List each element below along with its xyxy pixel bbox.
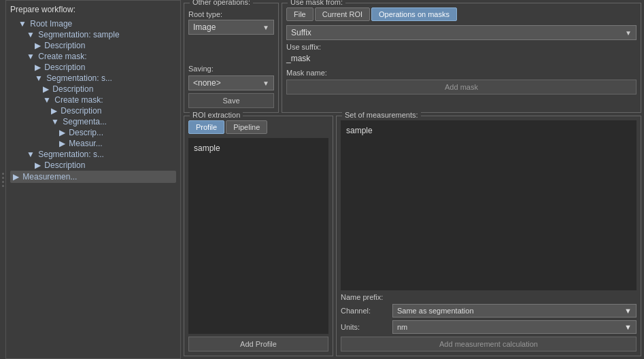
tree-arrow-14: ▶ [13, 172, 21, 182]
roi-content-value: sample [194, 143, 220, 153]
channel-label: Channel: [341, 307, 388, 315]
tree-arrow-2: ▶ [35, 41, 43, 50]
tree-label-12: Segmentation: s... [38, 150, 104, 159]
root-type-value: Image [193, 22, 216, 32]
tree-arrow-1: ▼ [27, 30, 37, 39]
tree-label-10: Descrip... [69, 128, 103, 137]
tree-item-8[interactable]: ▶ Description [10, 105, 176, 116]
tree-item-5[interactable]: ▼ Segmentation: s... [10, 73, 176, 84]
saving-label: Saving: [188, 65, 274, 73]
roi-content-area: sample [188, 138, 328, 334]
tree-item-10[interactable]: ▶ Descrip... [10, 127, 176, 138]
suffix-arrow: ▼ [625, 29, 632, 37]
other-ops-label: Other operations: [190, 0, 253, 6]
tree-item-6[interactable]: ▶ Description [10, 84, 176, 95]
tab-file[interactable]: File [286, 7, 313, 21]
tree-label-0: Root Image [30, 19, 72, 29]
name-prefix-label: Name prefix: [341, 293, 637, 301]
tree-arrow-5: ▼ [35, 73, 45, 83]
workflow-tree: ▼ Root Image▼ Segmentation: sample▶ Desc… [10, 18, 176, 183]
add-profile-button[interactable]: Add Profile [188, 337, 328, 352]
suffix-dropdown[interactable]: Suffix ▼ [286, 25, 637, 40]
tree-arrow-13: ▶ [35, 160, 43, 170]
tree-arrow-3: ▼ [27, 52, 37, 61]
add-mask-button[interactable]: Add mask [286, 80, 637, 95]
roi-extraction-box: ROI extraction Profile Pipeline sample A… [184, 116, 333, 356]
tree-arrow-8: ▶ [51, 106, 59, 116]
tree-label-14: Measuremen... [22, 172, 77, 182]
panel-title: Prepare workflow: [10, 5, 176, 14]
units-label: Units: [341, 323, 388, 331]
saving-arrow: ▼ [262, 80, 269, 87]
units-arrow: ▼ [624, 323, 632, 331]
tree-label-4: Description [44, 63, 85, 72]
root-type-arrow: ▼ [262, 24, 269, 31]
tree-arrow-9: ▼ [51, 117, 61, 126]
units-row: Units: nm ▼ [341, 320, 637, 334]
channel-value: Same as segmentation [397, 307, 474, 315]
channel-row: Channel: Same as segmentation ▼ [341, 304, 637, 318]
tree-item-4[interactable]: ▶ Description [10, 62, 176, 73]
channel-arrow: ▼ [624, 307, 632, 315]
channel-dropdown[interactable]: Same as segmentation ▼ [392, 304, 637, 318]
tree-item-9[interactable]: ▼ Segmenta... [10, 116, 176, 127]
tree-label-13: Description [44, 160, 85, 170]
roi-extraction-label: ROI extraction [190, 111, 243, 119]
prepare-workflow-panel: Prepare workflow: ▼ Root Image▼ Segmenta… [5, 0, 181, 359]
tree-arrow-6: ▶ [43, 84, 51, 94]
tree-item-12[interactable]: ▼ Segmentation: s... [10, 149, 176, 160]
tab-operations-on-masks[interactable]: Operations on masks [371, 7, 457, 21]
tree-label-3: Create mask: [38, 52, 86, 61]
bottom-panels-row: ROI extraction Profile Pipeline sample A… [181, 116, 644, 359]
root-type-label: Root type: [188, 10, 274, 18]
tree-item-1[interactable]: ▼ Segmentation: sample [10, 29, 176, 40]
tree-label-11: Measur... [69, 139, 102, 148]
tree-item-7[interactable]: ▼ Create mask: [10, 95, 176, 105]
tree-item-14[interactable]: ▶ Measuremen... [10, 171, 176, 183]
root-type-dropdown[interactable]: Image ▼ [188, 20, 274, 35]
tree-label-5: Segmentation: s... [46, 73, 112, 83]
use-mask-tabs: File Current ROI Operations on masks [286, 7, 637, 21]
tree-label-9: Segmenta... [63, 117, 107, 126]
tree-label-1: Segmentation: sample [38, 30, 119, 39]
roi-tabs: Profile Pipeline [188, 120, 328, 134]
suffix-text-value: _mask [286, 52, 637, 65]
use-mask-label: Use mask from: [288, 0, 345, 6]
tree-arrow-7: ▼ [43, 95, 53, 105]
tab-current-roi[interactable]: Current ROI [315, 7, 370, 21]
top-panels-row: Other operations: Root type: Image ▼ Sav… [181, 0, 644, 116]
tab-profile[interactable]: Profile [188, 120, 224, 134]
measurements-label: Set of measurements: [342, 111, 421, 119]
tree-item-13[interactable]: ▶ Description [10, 160, 176, 171]
tree-label-8: Description [61, 106, 101, 116]
tree-arrow-0: ▼ [18, 19, 29, 29]
saving-dropdown[interactable]: <none> ▼ [188, 75, 274, 90]
saving-value: <none> [193, 78, 221, 88]
resize-handle [0, 0, 5, 359]
mask-name-label: Mask name: [286, 69, 637, 77]
suffix-value: Suffix [291, 28, 311, 37]
tree-label-6: Description [52, 84, 93, 94]
tree-item-2[interactable]: ▶ Description [10, 40, 176, 51]
measurements-content-area: sample [341, 120, 637, 290]
tree-label-2: Description [44, 41, 85, 50]
other-operations-box: Other operations: Root type: Image ▼ Sav… [184, 3, 279, 113]
tree-arrow-10: ▶ [59, 128, 67, 137]
add-measurement-button[interactable]: Add measurement calculation [341, 337, 637, 352]
right-content-area: Other operations: Root type: Image ▼ Sav… [181, 0, 644, 359]
tree-arrow-4: ▶ [35, 63, 43, 72]
tree-item-11[interactable]: ▶ Measur... [10, 138, 176, 149]
units-value: nm [397, 323, 407, 331]
tree-label-7: Create mask: [54, 95, 103, 105]
tab-pipeline[interactable]: Pipeline [226, 120, 267, 134]
tree-item-0[interactable]: ▼ Root Image [10, 18, 176, 29]
tree-arrow-11: ▶ [59, 139, 67, 148]
measurements-box: Set of measurements: sample Name prefix:… [336, 116, 641, 356]
save-button[interactable]: Save [188, 93, 274, 108]
tree-item-3[interactable]: ▼ Create mask: [10, 51, 176, 62]
units-dropdown[interactable]: nm ▼ [392, 320, 637, 334]
use-mask-box: Use mask from: File Current ROI Operatio… [282, 3, 641, 113]
measurements-content-value: sample [346, 126, 373, 135]
tree-arrow-12: ▼ [27, 150, 37, 159]
use-suffix-label: Use suffix: [286, 43, 637, 51]
